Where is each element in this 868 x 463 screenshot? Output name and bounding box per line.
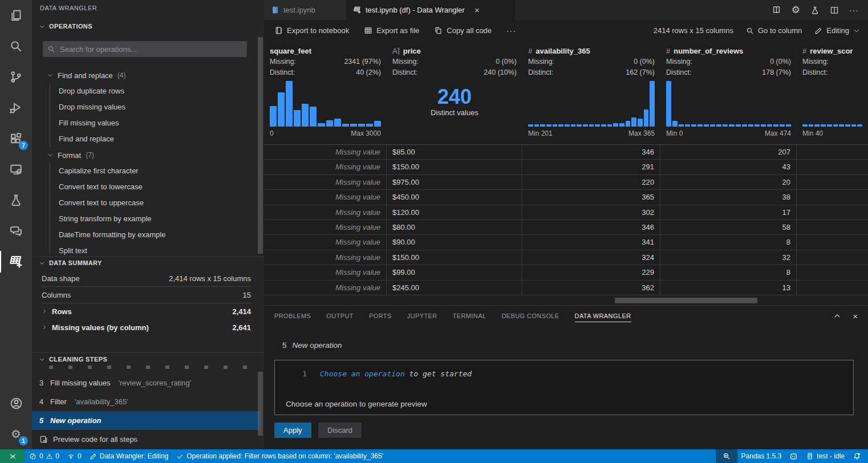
table-cell[interactable] (797, 175, 868, 189)
table-cell[interactable]: 291 (522, 160, 660, 174)
table-cell[interactable]: $80.00 (387, 220, 522, 234)
table-cell[interactable]: Missing value (264, 281, 387, 295)
table-cell[interactable]: 220 (522, 175, 660, 189)
table-cell[interactable]: 8 (660, 265, 797, 279)
source-control-icon[interactable] (0, 62, 32, 92)
panel-tab-terminal[interactable]: TERMINAL (453, 310, 486, 322)
ports-status[interactable]: 0 (63, 449, 86, 463)
table-cell[interactable]: 207 (660, 145, 797, 159)
table-cell[interactable]: Missing value (264, 220, 387, 234)
extensions-icon[interactable]: 7 (0, 123, 32, 154)
operations-search-input[interactable] (43, 41, 247, 57)
column-header-review_scor[interactable]: #review_scorMissing:Distinct:Min 40 (797, 41, 868, 144)
operation-group-1[interactable]: Format(7) (32, 147, 264, 163)
table-cell[interactable]: 32 (660, 250, 797, 265)
data-wrangler-icon[interactable] (0, 246, 32, 277)
data-wrangler-mode-status[interactable]: Data Wrangler: Editing (86, 449, 173, 463)
table-cell[interactable]: Missing value (264, 175, 387, 189)
table-cell[interactable]: Missing value (264, 190, 387, 204)
panel-tab-problems[interactable]: PROBLEMS (274, 310, 311, 322)
table-cell[interactable]: 362 (522, 281, 660, 295)
apply-button[interactable]: Apply (274, 423, 311, 438)
toolbar-overflow-icon[interactable]: ··· (506, 26, 516, 35)
operation-item[interactable]: Drop missing values (50, 99, 264, 115)
table-cell[interactable] (797, 145, 868, 159)
table-cell[interactable]: $245.00 (387, 281, 522, 295)
table-cell[interactable]: $90.00 (387, 235, 522, 249)
notifications-bell[interactable] (849, 449, 868, 463)
table-cell[interactable]: Missing value (264, 265, 387, 279)
column-header-square_feet[interactable]: square_feetMissing:2341 (97%)Distinct:40… (264, 41, 387, 144)
operation-item[interactable]: Convert text to lowercase (50, 179, 264, 195)
pandas-version-status[interactable]: Pandas 1.5.3 (737, 449, 786, 463)
go-to-column-button[interactable]: Go to column (746, 26, 802, 35)
split-editor-icon[interactable] (830, 6, 839, 15)
maximize-panel-icon[interactable] (833, 312, 841, 320)
table-cell[interactable] (797, 265, 868, 279)
table-cell[interactable]: 324 (522, 250, 660, 265)
table-cell[interactable]: 58 (660, 220, 797, 234)
panel-tab-data-wrangler[interactable]: DATA WRANGLER (575, 310, 631, 322)
open-preview-icon[interactable] (772, 5, 781, 15)
table-cell[interactable]: Missing value (264, 145, 387, 159)
tab-test-ipynb[interactable]: test.ipynb (264, 0, 346, 20)
operation-item[interactable]: Capitalize first character (50, 163, 264, 179)
export-to-notebook-button[interactable]: Export to notebook (274, 26, 349, 35)
table-cell[interactable]: $150.00 (387, 250, 522, 265)
operation-item[interactable]: Fill missing values (50, 115, 264, 131)
comments-icon[interactable] (0, 216, 32, 246)
gear-icon[interactable]: ⚙ (792, 5, 800, 15)
close-panel-icon[interactable]: × (853, 311, 858, 321)
cleaning-step-3[interactable]: 3Fill missing values'review_scores_ratin… (32, 373, 259, 392)
panel-tab-debug-console[interactable]: DEBUG CONSOLE (501, 310, 559, 322)
operation-item[interactable]: Convert text to uppercase (50, 195, 264, 211)
table-cell[interactable]: $450.00 (387, 190, 522, 204)
cleaning-step-5[interactable]: 5New operation (32, 411, 259, 430)
table-cell[interactable]: Missing value (264, 235, 387, 249)
table-cell[interactable]: 346 (522, 220, 660, 234)
search-icon[interactable] (0, 31, 32, 62)
table-cell[interactable]: 43 (660, 160, 797, 174)
column-header-price[interactable]: A⌉priceMissing:0 (0%)Distinct:240 (10%)2… (387, 41, 522, 144)
operation-item[interactable]: Drop duplicate rows (50, 83, 264, 99)
kernel-picker-icon[interactable] (785, 449, 802, 463)
table-cell[interactable]: $975.00 (387, 175, 522, 189)
table-cell[interactable]: Missing value (264, 160, 387, 174)
table-cell[interactable] (797, 220, 868, 234)
data-summary-section-header[interactable]: DATA SUMMARY (39, 259, 102, 266)
run-and-debug-icon[interactable] (0, 92, 32, 123)
account-icon[interactable] (0, 388, 32, 419)
missing-values-expandable-row[interactable]: Missing values (by column) 2,641 (42, 319, 251, 335)
close-icon[interactable]: × (474, 6, 480, 14)
jupyter-kernel-status[interactable]: test - idle (802, 449, 849, 463)
table-cell[interactable] (797, 205, 868, 220)
horizontal-scrollbar[interactable] (615, 298, 757, 303)
table-cell[interactable] (797, 250, 868, 265)
table-cell[interactable]: 17 (660, 205, 797, 220)
panel-tab-ports[interactable]: PORTS (369, 310, 392, 322)
settings-gear-icon[interactable]: ⚙ 1 (0, 419, 32, 449)
operation-group-0[interactable]: Find and replace(4) (32, 67, 264, 83)
operation-item[interactable]: String transform by example (50, 211, 264, 227)
explorer-icon[interactable] (0, 0, 32, 31)
preview-code-all-steps[interactable]: Preview code for all steps (32, 430, 259, 449)
table-cell[interactable]: 38 (660, 190, 797, 204)
copy-all-code-button[interactable]: Copy all code (434, 26, 492, 35)
panel-tab-output[interactable]: OUTPUT (326, 310, 354, 322)
table-cell[interactable]: $99.00 (387, 265, 522, 279)
cleaning-steps-scrollbar[interactable] (258, 372, 263, 436)
rows-expandable-row[interactable]: Rows 2,414 (42, 303, 251, 319)
column-header-number_of_reviews[interactable]: #number_of_reviewsMissing:0 (0%)Distinct… (660, 41, 797, 144)
editing-mode-selector[interactable]: Editing (814, 26, 860, 35)
table-cell[interactable]: 229 (522, 265, 660, 279)
table-cell[interactable]: Missing value (264, 250, 387, 265)
table-cell[interactable]: 20 (660, 175, 797, 189)
sidebar-scrollbar[interactable] (258, 37, 263, 254)
table-cell[interactable] (797, 281, 868, 295)
table-cell[interactable]: 346 (522, 145, 660, 159)
tab-data-wrangler[interactable]: test.ipynb (df) - Data Wrangler × (346, 0, 515, 20)
zoom-status-button[interactable] (716, 449, 737, 463)
table-cell[interactable]: $85.00 (387, 145, 522, 159)
operation-item[interactable]: DateTime formatting by example (50, 227, 264, 243)
table-cell[interactable] (797, 190, 868, 204)
